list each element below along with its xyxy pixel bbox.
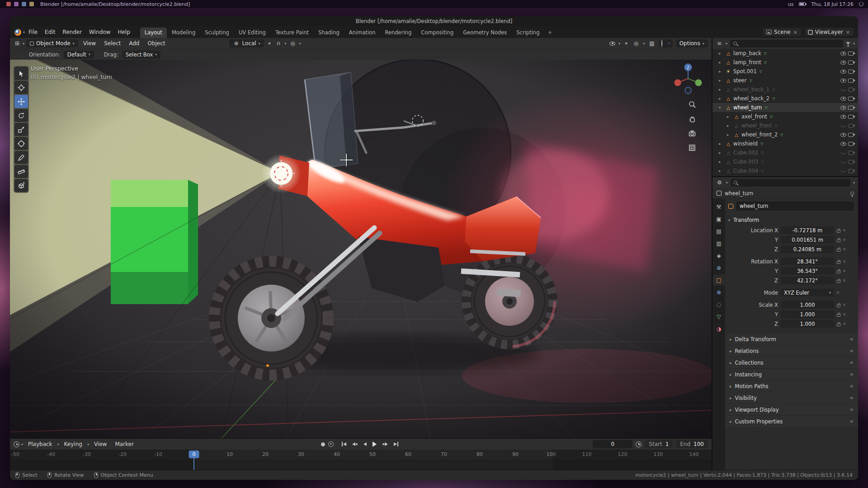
animate-dot-icon[interactable] — [837, 291, 839, 294]
lock-icon[interactable] — [837, 239, 840, 242]
menu-render[interactable]: Render — [59, 28, 85, 36]
camera-view-icon[interactable] — [688, 129, 697, 138]
section-menu-icon[interactable]: ≡ — [850, 372, 854, 377]
outliner-row-cube-003[interactable]: ▸△Cube.003▽ — [712, 157, 858, 166]
outliner-row-lamp_back[interactable]: ▸△lamp_back▽ — [712, 49, 858, 58]
shading-rendered-button[interactable] — [668, 43, 670, 44]
properties-search[interactable] — [731, 179, 850, 187]
render-camera-icon[interactable] — [848, 88, 854, 92]
section-visibility[interactable]: ▸Visibility≡ — [725, 392, 858, 404]
render-camera-icon[interactable] — [848, 115, 854, 119]
lock-icon[interactable] — [837, 249, 840, 252]
visibility-eye-icon[interactable] — [840, 133, 846, 137]
expand-icon[interactable]: ▸ — [719, 87, 723, 92]
tab-object-data[interactable]: ▽ — [713, 311, 725, 322]
animate-dot-icon[interactable] — [843, 313, 845, 315]
filter-icon[interactable] — [846, 42, 850, 45]
tab-scene[interactable]: ◈ — [713, 250, 725, 261]
scale-z-field[interactable]: 1.000 — [781, 320, 834, 328]
section-custom-properties[interactable]: ▸Custom Properties≡ — [725, 415, 858, 427]
tab-physics[interactable]: ◌ — [713, 299, 725, 310]
scale-y-field[interactable]: 1.000 — [781, 310, 834, 318]
clock[interactable]: Thu, 18 Jul 17:26 — [811, 1, 854, 7]
section-collections[interactable]: ▸Collections≡ — [725, 357, 858, 368]
transform-tool-button[interactable] — [14, 137, 28, 150]
proportional-editing-icon[interactable]: ◎ — [289, 40, 296, 47]
pivot-point-icon[interactable]: ⌖ — [267, 40, 273, 47]
menu-marker[interactable]: Marker — [112, 440, 137, 448]
editor-type-icon[interactable]: ⊞ — [14, 40, 21, 47]
lock-icon[interactable] — [837, 324, 840, 326]
visibility-eye-icon[interactable] — [840, 115, 846, 119]
prev-keyframe-button[interactable] — [350, 441, 360, 447]
outliner-row-steer[interactable]: ▸△steer▽ — [712, 76, 858, 85]
annotate-tool-button[interactable] — [14, 151, 28, 164]
visibility-eye-closed-icon[interactable] — [840, 151, 846, 154]
move-tool-button[interactable] — [14, 95, 28, 108]
scale-x-field[interactable]: 1.000 — [781, 301, 834, 309]
tab-render[interactable]: ▣ — [713, 214, 725, 225]
visibility-eye-closed-icon[interactable] — [840, 160, 846, 163]
outliner-search-input[interactable] — [740, 41, 840, 47]
menu-select[interactable]: Select — [101, 39, 124, 47]
expand-icon[interactable]: ▸ — [719, 169, 723, 173]
expand-icon[interactable]: ▸ — [727, 114, 731, 119]
rotation-x-field[interactable]: 28.341° — [781, 258, 834, 265]
outliner-row-winshield[interactable]: ▸△winshield▽ — [712, 139, 858, 148]
measure-tool-button[interactable] — [14, 165, 28, 178]
rotation-z-field[interactable]: 42.172° — [781, 277, 834, 284]
lock-icon[interactable] — [837, 314, 840, 317]
close-icon[interactable]: × — [793, 29, 798, 35]
render-camera-icon[interactable] — [848, 133, 854, 137]
section-delta-transform[interactable]: ▸Delta Transform≡ — [725, 333, 858, 345]
gizmo-x-axis[interactable] — [675, 80, 681, 86]
tab-output[interactable]: ▤ — [713, 226, 725, 237]
lock-icon[interactable] — [837, 261, 840, 264]
tab-animation[interactable]: Animation — [344, 28, 380, 38]
outliner-row-lamp_front[interactable]: ▸△lamp_front▽ — [712, 58, 858, 67]
menu-view[interactable]: View — [91, 440, 110, 448]
scale-tool-button[interactable] — [14, 123, 28, 136]
drag-dropdown[interactable]: Select Box ▾ — [122, 51, 161, 59]
gizmo-negative-z[interactable] — [685, 87, 691, 94]
expand-icon[interactable]: ▸ — [727, 123, 731, 128]
menu-view[interactable]: View — [80, 39, 99, 47]
select-box-tool-button[interactable] — [14, 67, 28, 80]
animate-dot-icon[interactable] — [843, 270, 845, 272]
tab-view-layer[interactable]: ▥ — [713, 238, 725, 249]
animate-dot-icon[interactable] — [843, 304, 845, 306]
keyboard-layout-indicator[interactable]: us — [788, 1, 794, 7]
visibility-eye-icon[interactable] — [840, 79, 846, 83]
render-camera-icon[interactable] — [848, 160, 854, 164]
visibility-eye-icon[interactable] — [840, 70, 846, 74]
visibility-eye-closed-icon[interactable] — [840, 124, 846, 127]
tab-geometry-nodes[interactable]: Geometry Nodes — [458, 28, 511, 38]
jump-to-end-button[interactable] — [392, 441, 401, 448]
section-menu-icon[interactable]: ≡ — [850, 384, 854, 389]
add-workspace-button[interactable]: + — [544, 28, 555, 38]
gizmo-y-axis[interactable] — [695, 80, 702, 86]
power-icon[interactable] — [859, 2, 863, 6]
expand-icon[interactable]: ▸ — [719, 78, 723, 83]
lock-icon[interactable] — [837, 230, 840, 233]
auto-key-button[interactable] — [321, 442, 325, 446]
object-name-field[interactable]: wheel_turn — [736, 202, 854, 211]
render-camera-icon[interactable] — [848, 142, 854, 146]
orientation-dropdown[interactable]: Default ▾ — [64, 51, 94, 59]
next-keyframe-button[interactable] — [380, 441, 390, 447]
timeline-ruler-area[interactable]: -50 -40 -30 -20 -10 10 20 30 40 50 60 70… — [10, 450, 712, 470]
rotation-y-field[interactable]: 36.543° — [781, 267, 834, 275]
outliner-row-cube-002[interactable]: ▸△Cube.002▽ — [712, 148, 858, 157]
section-relations[interactable]: ▸Relations≡ — [725, 345, 858, 357]
app-icon[interactable] — [22, 2, 26, 6]
visibility-eye-icon[interactable] — [840, 52, 846, 56]
animate-dot-icon[interactable] — [843, 239, 845, 241]
lock-icon[interactable] — [837, 305, 840, 307]
section-instancing[interactable]: ▸Instancing≡ — [725, 368, 858, 380]
lock-icon[interactable] — [837, 280, 840, 283]
animate-dot-icon[interactable] — [843, 229, 845, 231]
render-camera-icon[interactable] — [848, 52, 854, 56]
menu-file[interactable]: File — [25, 28, 41, 36]
chevron-down-icon[interactable]: ▾ — [853, 42, 855, 46]
tab-object[interactable]: □ — [713, 275, 725, 286]
